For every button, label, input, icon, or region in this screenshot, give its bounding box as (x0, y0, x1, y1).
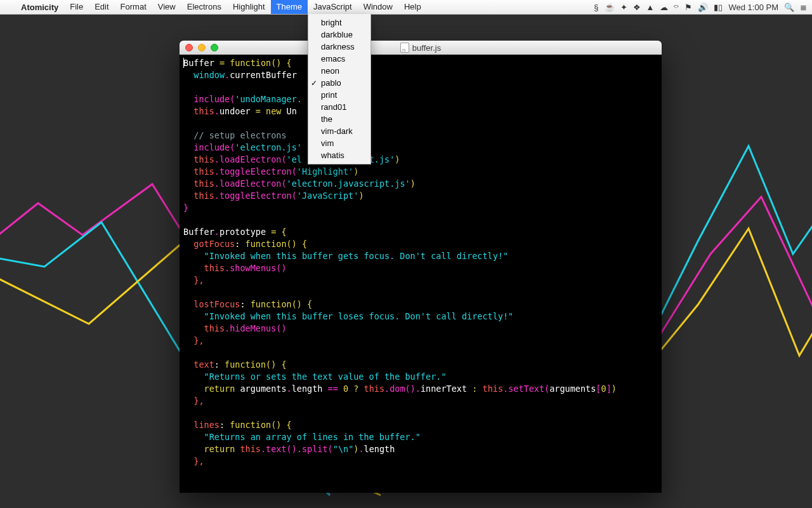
theme-option-neon[interactable]: neon (308, 65, 370, 77)
menu-javascript[interactable]: JavaScript (308, 0, 358, 14)
cloud-icon[interactable]: ☁ (660, 3, 668, 12)
theme-option-whatis[interactable]: whatis (308, 149, 370, 161)
notification-center-icon[interactable]: ≣ (800, 3, 807, 12)
theme-option-bright[interactable]: bright (308, 17, 370, 29)
theme-dropdown: bright darkblue darkness emacs neon ✓pab… (308, 14, 371, 164)
theme-option-darkblue[interactable]: darkblue (308, 29, 370, 41)
volume-icon[interactable]: 🔊 (698, 3, 708, 12)
window-title: buffer.js (180, 43, 662, 53)
theme-option-the[interactable]: the (308, 113, 370, 125)
check-icon: ✓ (311, 79, 317, 88)
menu-electrons[interactable]: Electrons (181, 0, 227, 14)
app-menu[interactable]: Atomicity (15, 3, 64, 12)
menu-edit[interactable]: Edit (89, 0, 114, 14)
menubar-status-area: § ☕ ✦ ❖ ▲ ☁ ⌔ ⚑ 🔊 ▮▯ Wed 1:00 PM 🔍 ≣ (594, 3, 812, 12)
status-icon[interactable]: ❖ (633, 3, 641, 12)
spotlight-icon[interactable]: 🔍 (784, 3, 794, 12)
clock[interactable]: Wed 1:00 PM (728, 3, 778, 12)
battery-icon[interactable]: ▮▯ (714, 3, 723, 12)
wifi-icon[interactable]: ⚑ (684, 3, 692, 12)
theme-option-pablo[interactable]: ✓pablo (308, 77, 370, 89)
theme-option-vim-dark[interactable]: vim-dark (308, 125, 370, 137)
theme-option-print[interactable]: print (308, 89, 370, 101)
menu-window[interactable]: Window (358, 0, 398, 14)
menu-file[interactable]: File (64, 0, 89, 14)
bluetooth-icon[interactable]: ⌔ (674, 3, 679, 12)
status-icon[interactable]: § (594, 3, 598, 12)
menu-view[interactable]: View (152, 0, 181, 14)
code-editor[interactable]: Buffer = function() { window.currentBuff… (180, 55, 662, 493)
menubar: Atomicity File Edit Format View Electron… (0, 0, 812, 15)
status-icon[interactable]: ✦ (620, 3, 627, 12)
menu-format[interactable]: Format (115, 0, 152, 14)
menu-help[interactable]: Help (398, 0, 427, 14)
window-titlebar[interactable]: buffer.js (180, 41, 662, 55)
menu-theme[interactable]: Theme (271, 0, 308, 14)
theme-option-emacs[interactable]: emacs (308, 53, 370, 65)
menu-highlight[interactable]: Highlight (227, 0, 271, 14)
theme-option-vim[interactable]: vim (308, 137, 370, 149)
theme-option-rand01[interactable]: rand01 (308, 101, 370, 113)
document-icon (400, 43, 409, 53)
editor-window: buffer.js Buffer = function() { window.c… (180, 41, 662, 493)
theme-option-darkness[interactable]: darkness (308, 41, 370, 53)
status-icon[interactable]: ▲ (646, 3, 655, 12)
status-icon[interactable]: ☕ (605, 3, 615, 12)
